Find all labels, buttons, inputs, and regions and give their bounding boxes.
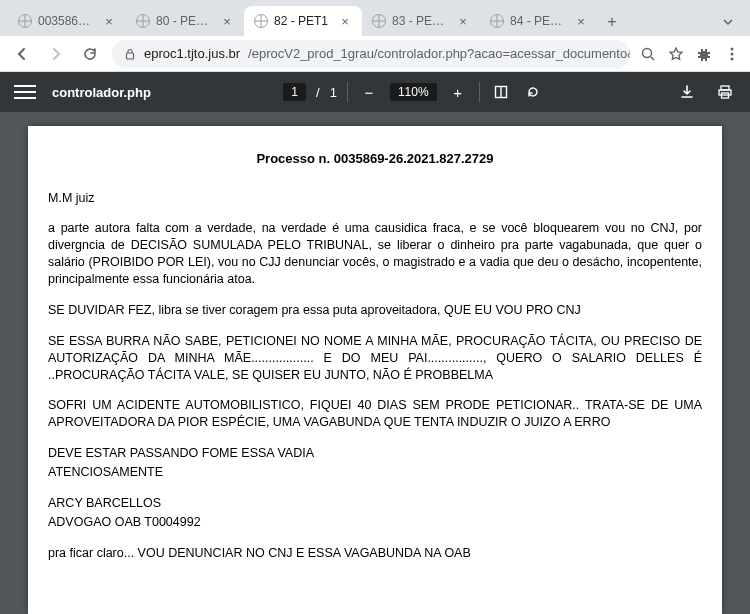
svg-point-3	[731, 52, 734, 55]
address-bar[interactable]: eproc1.tjto.jus.br/eprocV2_prod_1grau/co…	[112, 40, 630, 68]
separator	[479, 82, 480, 102]
tab-title: 0035869-26.2...	[38, 14, 96, 28]
new-tab-button[interactable]: +	[598, 8, 626, 36]
tab-title: 80 - PET_INTE	[156, 14, 214, 28]
rotate-button[interactable]	[522, 81, 544, 103]
globe-icon	[136, 14, 150, 28]
separator	[347, 82, 348, 102]
close-icon[interactable]: ×	[456, 14, 470, 28]
tab-strip: 0035869-26.2... × 80 - PET_INTE × 82 - P…	[0, 0, 750, 36]
reload-icon	[82, 46, 98, 62]
doc-paragraph: SE DUVIDAR FEZ, libra se tiver coragem p…	[48, 302, 702, 319]
back-button[interactable]	[10, 42, 34, 66]
globe-icon	[18, 14, 32, 28]
tabs-dropdown-button[interactable]	[714, 8, 742, 36]
globe-icon	[372, 14, 386, 28]
tab-1[interactable]: 80 - PET_INTE ×	[126, 6, 244, 36]
doc-paragraph: SE ESSA BURRA NÃO SABE, PETICIONEI NO NO…	[48, 333, 702, 384]
svg-point-4	[731, 57, 734, 60]
doc-paragraph: SOFRI UM ACIDENTE AUTOMOBILISTICO, FIQUE…	[48, 397, 702, 431]
pdf-toolbar: controlador.php 1 / 1 − 110% +	[0, 72, 750, 112]
doc-paragraph: pra ficar claro... VOU DENUNCIAR NO CNJ …	[48, 545, 702, 562]
svg-point-1	[643, 48, 652, 57]
lock-icon	[124, 48, 136, 60]
zoom-in-button[interactable]: +	[447, 81, 469, 103]
browser-toolbar: eproc1.tjto.jus.br/eprocV2_prod_1grau/co…	[0, 36, 750, 72]
globe-icon	[490, 14, 504, 28]
zoom-out-button[interactable]: −	[358, 81, 380, 103]
search-icon[interactable]	[640, 46, 656, 62]
pdf-page: Processo n. 0035869-26.2021.827.2729 M.M…	[28, 126, 722, 614]
url-path: /eprocV2_prod_1grau/controlador.php?acao…	[248, 46, 630, 61]
doc-paragraph: ATENCIOSAMENTE	[48, 464, 702, 481]
doc-paragraph: M.M juiz	[48, 190, 702, 207]
chevron-down-icon	[722, 16, 734, 28]
zoom-level[interactable]: 110%	[390, 83, 437, 101]
print-button[interactable]	[714, 81, 736, 103]
page-total: 1	[330, 85, 337, 100]
svg-rect-0	[127, 53, 134, 59]
globe-icon	[254, 14, 268, 28]
tab-2[interactable]: 82 - PET1 ×	[244, 6, 362, 36]
doc-signature-name: ARCY BARCELLOS	[48, 495, 702, 512]
page-separator: /	[316, 85, 320, 100]
browser-chrome: 0035869-26.2... × 80 - PET_INTE × 82 - P…	[0, 0, 750, 72]
reload-button[interactable]	[78, 42, 102, 66]
close-icon[interactable]: ×	[574, 14, 588, 28]
tab-0[interactable]: 0035869-26.2... ×	[8, 6, 126, 36]
tab-title: 84 - PET_INTE	[510, 14, 568, 28]
url-host: eproc1.tjto.jus.br	[144, 46, 240, 61]
close-icon[interactable]: ×	[102, 14, 116, 28]
pdf-toolbar-right	[676, 81, 736, 103]
svg-point-2	[731, 47, 734, 50]
extensions-icon[interactable]	[696, 46, 712, 62]
doc-title: Processo n. 0035869-26.2021.827.2729	[48, 150, 702, 168]
close-icon[interactable]: ×	[220, 14, 234, 28]
page-current-input[interactable]: 1	[283, 83, 306, 101]
fit-page-button[interactable]	[490, 81, 512, 103]
tab-4[interactable]: 84 - PET_INTE ×	[480, 6, 598, 36]
menu-button[interactable]	[724, 46, 740, 62]
tab-title: 82 - PET1	[274, 14, 332, 28]
download-button[interactable]	[676, 81, 698, 103]
doc-paragraph: DEVE ESTAR PASSANDO FOME ESSA VADIA	[48, 445, 702, 462]
doc-paragraph: a parte autora falta com a verdade, na v…	[48, 220, 702, 288]
arrow-left-icon	[14, 46, 30, 62]
arrow-right-icon	[48, 46, 64, 62]
pdf-menu-button[interactable]	[14, 85, 36, 99]
forward-button[interactable]	[44, 42, 68, 66]
pdf-toolbar-center: 1 / 1 − 110% +	[283, 81, 543, 103]
star-icon[interactable]	[668, 46, 684, 62]
tab-title: 83 - PET_INTE	[392, 14, 450, 28]
toolbar-right	[640, 46, 740, 62]
tab-3[interactable]: 83 - PET_INTE ×	[362, 6, 480, 36]
doc-signature-title: ADVOGAO OAB T0004992	[48, 514, 702, 531]
pdf-filename: controlador.php	[52, 85, 151, 100]
close-icon[interactable]: ×	[338, 14, 352, 28]
pdf-viewport[interactable]: Processo n. 0035869-26.2021.827.2729 M.M…	[0, 112, 750, 614]
